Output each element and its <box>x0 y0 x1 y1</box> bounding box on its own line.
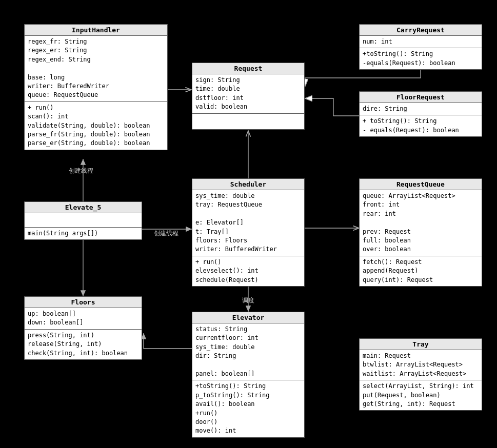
inputhandler-attrs: regex_fr: String regex_er: String regex_… <box>25 36 167 102</box>
floors-attrs: up: boolean[] down: boolean[] <box>25 308 142 330</box>
inputhandler-box: InputHandler regex_fr: String regex_er: … <box>24 24 168 150</box>
carryrequest-attrs: num: int <box>360 36 482 48</box>
label-create-thread-2: 创建线程 <box>154 229 178 238</box>
tray-box: Tray main: Request btwlist: ArrayList<Re… <box>359 338 482 411</box>
elevator-methods: +toString(): String p_toString(): String… <box>192 380 304 437</box>
floorrequest-attrs: dire: String <box>360 103 482 115</box>
elevator-title: Elevator <box>192 312 304 323</box>
label-create-thread-1: 创建线程 <box>69 167 93 175</box>
requestqueue-title: RequestQueue <box>360 179 482 190</box>
floors-title: Floors <box>25 297 142 308</box>
tray-attrs: main: Request btwlist: ArrayList<Request… <box>360 350 482 380</box>
floors-box: Floors up: boolean[] down: boolean[] pre… <box>24 296 142 360</box>
elevate5-methods: main(String args[]) <box>25 228 142 239</box>
requestqueue-attrs: queue: ArrayList<Request> front: int rea… <box>360 190 482 256</box>
carryrequest-title: CarryRequest <box>360 25 482 36</box>
carryrequest-box: CarryRequest num: int +toString(): Strin… <box>359 24 482 70</box>
floorrequest-box: FloorRequest dire: String + toString(): … <box>359 91 482 137</box>
request-attrs: sign: String time: double dstfloor: int … <box>192 74 304 114</box>
elevate5-attrs <box>25 213 142 228</box>
elevate5-box: Elevate_5 main(String args[]) <box>24 201 142 240</box>
request-methods <box>192 114 304 129</box>
elevator-box: Elevator status: String currentfloor: in… <box>192 312 305 438</box>
request-box: Request sign: String time: double dstflo… <box>192 63 305 130</box>
label-schedule: 调度 <box>242 296 254 305</box>
inputhandler-methods: + run() scan(): int validate(String, dou… <box>25 102 167 150</box>
requestqueue-box: RequestQueue queue: ArrayList<Request> f… <box>359 178 482 287</box>
elevate5-title: Elevate_5 <box>25 202 142 213</box>
carryrequest-methods: +toString(): String -equals(Request): bo… <box>360 48 482 69</box>
scheduler-attrs: sys_time: double tray: RequestQueue e: E… <box>192 190 304 256</box>
floorrequest-title: FloorRequest <box>360 92 482 103</box>
scheduler-methods: + run() elevselect(): int schedule(Reque… <box>192 256 304 286</box>
elevator-attrs: status: String currentfloor: int sys_tim… <box>192 323 304 380</box>
tray-methods: select(ArrayList, String): int put(Reque… <box>360 380 482 410</box>
request-title: Request <box>192 63 304 74</box>
requestqueue-methods: fetch(): Request append(Request) query(i… <box>360 256 482 286</box>
tray-title: Tray <box>360 339 482 350</box>
floorrequest-methods: + toString(): String - equals(Request): … <box>360 115 482 136</box>
floors-methods: press(String, int) release(String, int) … <box>25 330 142 359</box>
scheduler-title: Scheduler <box>192 179 304 190</box>
inputhandler-title: InputHandler <box>25 25 167 36</box>
scheduler-box: Scheduler sys_time: double tray: Request… <box>192 178 305 287</box>
